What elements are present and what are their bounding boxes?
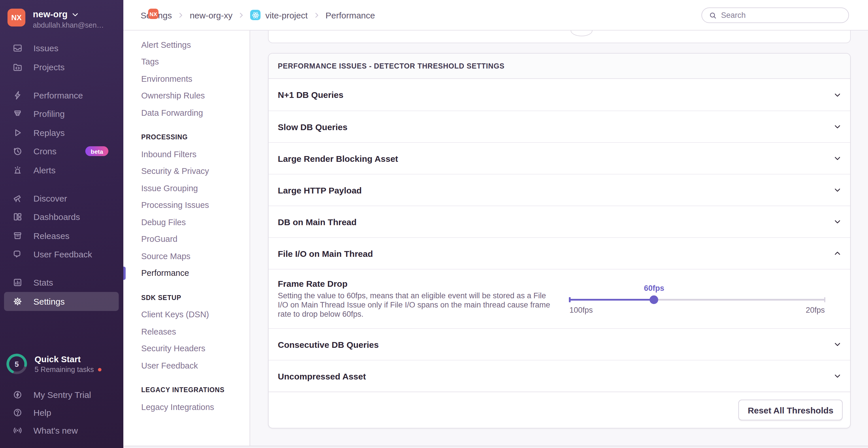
settings-nav-item-legacy-integrations[interactable]: Legacy Integrations — [123, 399, 250, 415]
user-feedback-icon — [13, 250, 23, 260]
breadcrumb-performance: Performance — [326, 10, 375, 20]
whats-new-icon — [13, 425, 23, 435]
detector-row-label: Large HTTP Payload — [278, 185, 362, 195]
search-input[interactable] — [721, 11, 848, 20]
settings-nav-item-security-privacy[interactable]: Security & Privacy — [123, 163, 250, 180]
settings-nav-item-user-feedback[interactable]: User Feedback — [123, 357, 250, 374]
frame-rate-slider[interactable]: 60fps100fps20fps — [569, 270, 825, 328]
chevron-right-icon — [177, 11, 184, 19]
sidebar-item-replays[interactable]: Replays — [0, 123, 123, 142]
settings-nav-item-releases[interactable]: Releases — [123, 323, 250, 340]
primary-nav: IssuesProjectsPerformanceProfilingReplay… — [0, 39, 123, 311]
reset-all-thresholds-button[interactable]: Reset All Thresholds — [739, 400, 843, 420]
org-avatar: NX — [148, 9, 158, 19]
sidebar-item-alerts[interactable]: Alerts — [0, 161, 123, 179]
detector-row-large-render-blocking-asset[interactable]: Large Render Blocking Asset — [269, 142, 850, 174]
search-icon — [709, 11, 717, 19]
sidebar-item-discover[interactable]: Discover — [0, 189, 123, 208]
detector-rows: N+1 DB QueriesSlow DB QueriesLarge Rende… — [269, 79, 850, 391]
threshold-detail-frame-rate-drop: Frame Rate DropSetting the value to 60fp… — [269, 269, 850, 328]
sidebar-item-projects[interactable]: Projects — [0, 58, 123, 76]
settings-nav-item-tags[interactable]: Tags — [123, 53, 250, 70]
dashboards-icon — [13, 212, 23, 222]
slider-thumb[interactable] — [650, 295, 658, 304]
sidebar-item-label: Releases — [33, 231, 69, 241]
chevron-down-icon — [833, 91, 841, 99]
projects-icon — [13, 62, 23, 72]
sidebar-item-settings[interactable]: Settings — [4, 292, 119, 311]
settings-nav-item-source-maps[interactable]: Source Maps — [123, 248, 250, 265]
alert-dot-icon — [98, 368, 102, 372]
slider-fill — [569, 299, 654, 301]
sidebar-item-stats[interactable]: Stats — [0, 273, 123, 292]
breadcrumb-new-org-xy[interactable]: NXnew-org-xy — [190, 10, 232, 20]
main-content: PERFORMANCE ISSUES - DETECTOR THRESHOLD … — [250, 31, 868, 445]
sidebar-item-performance[interactable]: Performance — [0, 86, 123, 105]
detector-row-file-i-o-on-main-thread[interactable]: File I/O on Main Thread — [269, 237, 850, 269]
horizontal-scrollbar[interactable] — [123, 445, 868, 448]
org-name: new-org — [33, 9, 68, 20]
sidebar-item-profiling[interactable]: Profiling — [0, 105, 123, 123]
slider-min-label: 100fps — [569, 306, 593, 314]
detector-row-consecutive-db-queries[interactable]: Consecutive DB Queries — [269, 328, 850, 360]
quick-start-count: 5 — [6, 353, 28, 375]
settings-nav-item-security-headers[interactable]: Security Headers — [123, 340, 250, 357]
detector-row-label: Slow DB Queries — [278, 122, 347, 132]
sidebar-item-dashboards[interactable]: Dashboards — [0, 208, 123, 226]
sidebar-item-label: Help — [33, 408, 51, 417]
sidebar-item-label: Profiling — [33, 109, 65, 119]
detector-threshold-panel: PERFORMANCE ISSUES - DETECTOR THRESHOLD … — [268, 53, 851, 428]
org-switcher[interactable]: NX new-org abdullah.khan@sen… — [7, 9, 104, 29]
previous-panel-bottom — [268, 31, 851, 43]
breadcrumb-label: Performance — [326, 10, 375, 20]
org-avatar: NX — [7, 9, 25, 27]
slider-track[interactable] — [569, 299, 825, 301]
detector-row-n-1-db-queries[interactable]: N+1 DB Queries — [269, 79, 850, 110]
detector-row-db-on-main-thread[interactable]: DB on Main Thread — [269, 206, 850, 237]
panel-collapse-tab[interactable] — [570, 31, 592, 36]
sidebar-item-user-feedback[interactable]: User Feedback — [0, 245, 123, 264]
nav-section-header-processing: PROCESSING — [123, 129, 250, 146]
settings-nav-item-alert-settings[interactable]: Alert Settings — [123, 36, 250, 53]
settings-nav-item-issue-grouping[interactable]: Issue Grouping — [123, 180, 250, 197]
detector-row-large-http-payload[interactable]: Large HTTP Payload — [269, 174, 850, 206]
quick-start-widget[interactable]: 5 Quick Start 5 Remaining tasks — [6, 353, 102, 375]
panel-footer: Reset All Thresholds — [269, 391, 850, 428]
settings-nav-item-performance[interactable]: Performance — [123, 265, 250, 282]
settings-nav-item-proguard[interactable]: ProGuard — [123, 231, 250, 248]
sidebar-item-help[interactable]: Help — [0, 404, 123, 421]
sidebar-item-label: Settings — [33, 297, 65, 306]
settings-nav-item-debug-files[interactable]: Debug Files — [123, 214, 250, 231]
beta-badge: beta — [86, 146, 108, 156]
sidebar-item-what-s-new[interactable]: What's new — [0, 421, 123, 439]
sidebar-item-issues[interactable]: Issues — [0, 39, 123, 58]
settings-nav-item-processing-issues[interactable]: Processing Issues — [123, 197, 250, 214]
settings-icon — [13, 297, 23, 306]
settings-nav-item-data-forwarding[interactable]: Data Forwarding — [123, 104, 250, 121]
search-box[interactable] — [702, 7, 849, 23]
primary-sidebar: NX new-org abdullah.khan@sen… IssuesProj… — [0, 0, 123, 448]
panel-title: PERFORMANCE ISSUES - DETECTOR THRESHOLD … — [269, 54, 850, 79]
help-icon — [13, 408, 23, 417]
breadcrumb-vite-project[interactable]: vite-project — [250, 10, 308, 20]
settings-nav-item-client-keys-dsn[interactable]: Client Keys (DSN) — [123, 306, 250, 323]
issues-icon — [13, 43, 23, 53]
react-icon — [251, 11, 260, 19]
slider-max-tick — [824, 297, 825, 302]
settings-nav-item-ownership-rules[interactable]: Ownership Rules — [123, 87, 250, 104]
sidebar-item-label: Dashboards — [33, 212, 80, 222]
sidebar-item-my-sentry-trial[interactable]: My Sentry Trial — [0, 386, 123, 404]
quick-start-progress-ring: 5 — [6, 353, 28, 375]
chevron-down-icon — [72, 11, 79, 18]
sidebar-item-crons[interactable]: Cronsbeta — [0, 142, 123, 161]
sidebar-item-releases[interactable]: Releases — [0, 226, 123, 245]
settings-nav-item-environments[interactable]: Environments — [123, 70, 250, 87]
detector-row-uncompressed-asset[interactable]: Uncompressed Asset — [269, 360, 850, 391]
chevron-down-icon — [833, 123, 841, 131]
detector-row-slow-db-queries[interactable]: Slow DB Queries — [269, 110, 850, 142]
nav-section-header-sdk-setup: SDK SETUP — [123, 289, 250, 306]
chevron-down-icon — [833, 218, 841, 226]
detector-row-label: File I/O on Main Thread — [278, 248, 373, 258]
settings-nav-item-inbound-filters[interactable]: Inbound Filters — [123, 146, 250, 163]
sidebar-footer-nav: My Sentry TrialHelpWhat's new — [0, 386, 123, 439]
